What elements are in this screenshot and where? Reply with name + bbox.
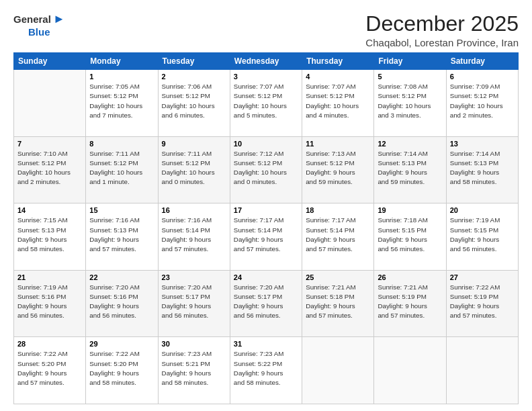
day-number: 22	[89, 273, 154, 281]
calendar-cell: 12Sunrise: 7:14 AM Sunset: 5:13 PM Dayli…	[374, 136, 446, 203]
dow-header: Saturday	[446, 53, 518, 70]
day-info: Sunrise: 7:23 AM Sunset: 5:22 PM Dayligh…	[234, 349, 298, 387]
day-number: 1	[89, 73, 154, 81]
calendar-cell: 24Sunrise: 7:20 AM Sunset: 5:17 PM Dayli…	[230, 270, 302, 337]
calendar-cell: 13Sunrise: 7:14 AM Sunset: 5:13 PM Dayli…	[446, 136, 518, 203]
day-number: 7	[17, 140, 82, 148]
calendar-cell: 15Sunrise: 7:16 AM Sunset: 5:13 PM Dayli…	[86, 203, 158, 271]
calendar-cell: 9Sunrise: 7:11 AM Sunset: 5:12 PM Daylig…	[158, 136, 230, 203]
calendar-cell: 10Sunrise: 7:12 AM Sunset: 5:12 PM Dayli…	[230, 136, 302, 203]
day-number: 31	[234, 340, 298, 348]
day-info: Sunrise: 7:11 AM Sunset: 5:12 PM Dayligh…	[89, 149, 154, 187]
day-number: 16	[162, 206, 226, 214]
calendar-cell: 22Sunrise: 7:20 AM Sunset: 5:16 PM Dayli…	[86, 270, 158, 337]
day-number: 20	[450, 206, 515, 214]
calendar-week-row: 14Sunrise: 7:15 AM Sunset: 5:13 PM Dayli…	[14, 203, 519, 271]
calendar-cell: 25Sunrise: 7:21 AM Sunset: 5:18 PM Dayli…	[302, 270, 374, 337]
day-info: Sunrise: 7:18 AM Sunset: 5:15 PM Dayligh…	[378, 216, 442, 254]
day-info: Sunrise: 7:06 AM Sunset: 5:12 PM Dayligh…	[162, 82, 226, 120]
calendar-cell: 16Sunrise: 7:16 AM Sunset: 5:14 PM Dayli…	[158, 203, 230, 271]
day-number: 29	[89, 340, 154, 348]
dow-header: Monday	[86, 53, 158, 70]
day-info: Sunrise: 7:08 AM Sunset: 5:12 PM Dayligh…	[378, 82, 442, 120]
calendar-cell: 29Sunrise: 7:22 AM Sunset: 5:20 PM Dayli…	[86, 337, 158, 404]
dow-header: Sunday	[14, 53, 86, 70]
header: General ► Blue December 2025 Chaqabol, L…	[13, 12, 519, 48]
calendar-cell: 30Sunrise: 7:23 AM Sunset: 5:21 PM Dayli…	[158, 337, 230, 404]
calendar-cell	[302, 337, 374, 404]
day-number: 3	[234, 73, 298, 81]
day-info: Sunrise: 7:15 AM Sunset: 5:13 PM Dayligh…	[17, 216, 82, 254]
day-info: Sunrise: 7:23 AM Sunset: 5:21 PM Dayligh…	[162, 349, 226, 387]
calendar-cell: 26Sunrise: 7:21 AM Sunset: 5:19 PM Dayli…	[374, 270, 446, 337]
day-number: 18	[306, 206, 370, 214]
day-number: 24	[234, 273, 298, 281]
dow-header: Wednesday	[230, 53, 302, 70]
day-info: Sunrise: 7:19 AM Sunset: 5:15 PM Dayligh…	[450, 216, 515, 254]
days-of-week-row: SundayMondayTuesdayWednesdayThursdayFrid…	[14, 53, 519, 70]
calendar-body: 1Sunrise: 7:05 AM Sunset: 5:12 PM Daylig…	[14, 70, 519, 404]
calendar-cell: 17Sunrise: 7:17 AM Sunset: 5:14 PM Dayli…	[230, 203, 302, 271]
logo-arrow-icon: ►	[53, 12, 65, 26]
day-info: Sunrise: 7:19 AM Sunset: 5:16 PM Dayligh…	[17, 283, 82, 321]
day-number: 12	[378, 140, 442, 148]
day-info: Sunrise: 7:07 AM Sunset: 5:12 PM Dayligh…	[306, 82, 370, 120]
day-info: Sunrise: 7:16 AM Sunset: 5:14 PM Dayligh…	[162, 216, 226, 254]
calendar-cell: 14Sunrise: 7:15 AM Sunset: 5:13 PM Dayli…	[14, 203, 86, 271]
calendar-week-row: 21Sunrise: 7:19 AM Sunset: 5:16 PM Dayli…	[14, 270, 519, 337]
day-info: Sunrise: 7:20 AM Sunset: 5:17 PM Dayligh…	[234, 283, 298, 321]
calendar-cell: 7Sunrise: 7:10 AM Sunset: 5:12 PM Daylig…	[14, 136, 86, 203]
main-title: December 2025	[365, 12, 519, 36]
calendar-cell: 31Sunrise: 7:23 AM Sunset: 5:22 PM Dayli…	[230, 337, 302, 404]
calendar-cell	[374, 337, 446, 404]
logo: General ► Blue	[13, 12, 65, 38]
day-info: Sunrise: 7:10 AM Sunset: 5:12 PM Dayligh…	[17, 149, 82, 187]
calendar-cell	[14, 70, 86, 137]
day-number: 8	[89, 140, 154, 148]
day-info: Sunrise: 7:12 AM Sunset: 5:12 PM Dayligh…	[234, 149, 298, 187]
day-info: Sunrise: 7:21 AM Sunset: 5:18 PM Dayligh…	[306, 283, 370, 321]
day-number: 23	[162, 273, 226, 281]
day-info: Sunrise: 7:17 AM Sunset: 5:14 PM Dayligh…	[234, 216, 298, 254]
calendar-cell: 3Sunrise: 7:07 AM Sunset: 5:12 PM Daylig…	[230, 70, 302, 137]
calendar-cell: 8Sunrise: 7:11 AM Sunset: 5:12 PM Daylig…	[86, 136, 158, 203]
day-info: Sunrise: 7:22 AM Sunset: 5:20 PM Dayligh…	[17, 349, 82, 387]
calendar-week-row: 28Sunrise: 7:22 AM Sunset: 5:20 PM Dayli…	[14, 337, 519, 404]
day-info: Sunrise: 7:20 AM Sunset: 5:17 PM Dayligh…	[162, 283, 226, 321]
day-number: 19	[378, 206, 442, 214]
day-number: 6	[450, 73, 515, 81]
dow-header: Thursday	[302, 53, 374, 70]
calendar-table: SundayMondayTuesdayWednesdayThursdayFrid…	[13, 52, 519, 404]
day-number: 30	[162, 340, 226, 348]
subtitle: Chaqabol, Lorestan Province, Iran	[365, 37, 519, 48]
calendar-cell: 23Sunrise: 7:20 AM Sunset: 5:17 PM Dayli…	[158, 270, 230, 337]
day-number: 28	[17, 340, 82, 348]
day-info: Sunrise: 7:16 AM Sunset: 5:13 PM Dayligh…	[89, 216, 154, 254]
day-number: 9	[162, 140, 226, 148]
calendar-cell: 11Sunrise: 7:13 AM Sunset: 5:12 PM Dayli…	[302, 136, 374, 203]
day-number: 11	[306, 140, 370, 148]
day-info: Sunrise: 7:07 AM Sunset: 5:12 PM Dayligh…	[234, 82, 298, 120]
day-number: 26	[378, 273, 442, 281]
day-number: 10	[234, 140, 298, 148]
calendar-cell: 2Sunrise: 7:06 AM Sunset: 5:12 PM Daylig…	[158, 70, 230, 137]
day-info: Sunrise: 7:17 AM Sunset: 5:14 PM Dayligh…	[306, 216, 370, 254]
calendar-cell: 6Sunrise: 7:09 AM Sunset: 5:12 PM Daylig…	[446, 70, 518, 137]
day-info: Sunrise: 7:13 AM Sunset: 5:12 PM Dayligh…	[306, 149, 370, 187]
dow-header: Friday	[374, 53, 446, 70]
day-number: 2	[162, 73, 226, 81]
day-info: Sunrise: 7:05 AM Sunset: 5:12 PM Dayligh…	[89, 82, 154, 120]
day-info: Sunrise: 7:21 AM Sunset: 5:19 PM Dayligh…	[378, 283, 442, 321]
calendar-cell: 28Sunrise: 7:22 AM Sunset: 5:20 PM Dayli…	[14, 337, 86, 404]
day-info: Sunrise: 7:11 AM Sunset: 5:12 PM Dayligh…	[162, 149, 226, 187]
day-info: Sunrise: 7:14 AM Sunset: 5:13 PM Dayligh…	[378, 149, 442, 187]
day-number: 21	[17, 273, 82, 281]
logo-general-text: General	[13, 13, 51, 25]
calendar-cell: 19Sunrise: 7:18 AM Sunset: 5:15 PM Dayli…	[374, 203, 446, 271]
calendar-cell: 18Sunrise: 7:17 AM Sunset: 5:14 PM Dayli…	[302, 203, 374, 271]
day-info: Sunrise: 7:20 AM Sunset: 5:16 PM Dayligh…	[89, 283, 154, 321]
day-number: 4	[306, 73, 370, 81]
day-number: 17	[234, 206, 298, 214]
calendar-cell: 4Sunrise: 7:07 AM Sunset: 5:12 PM Daylig…	[302, 70, 374, 137]
day-number: 25	[306, 273, 370, 281]
